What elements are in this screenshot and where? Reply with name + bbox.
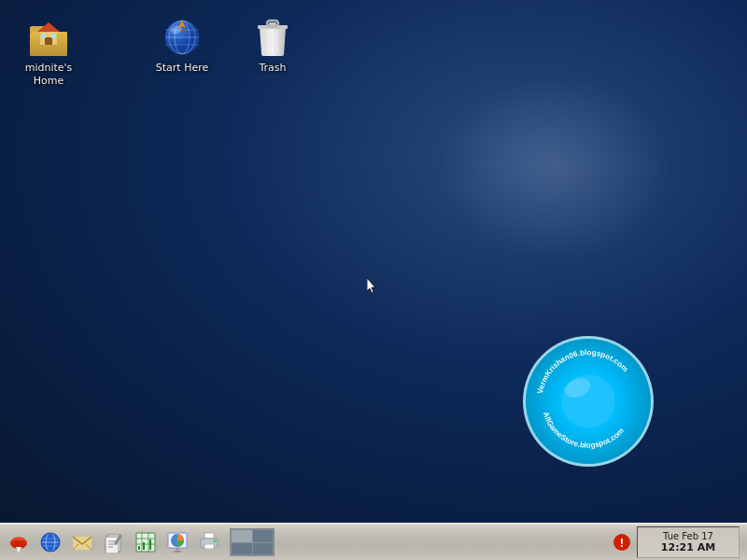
trash-icon-label: Trash bbox=[259, 62, 286, 75]
clock-date: Tue Feb 17 bbox=[663, 531, 713, 541]
svg-point-61 bbox=[214, 540, 217, 543]
home-folder-icon bbox=[26, 13, 71, 58]
taskbar: ! Tue Feb 17 12:21 AM bbox=[0, 523, 747, 560]
desktop: midnite's Home bbox=[0, 0, 747, 523]
svg-rect-50 bbox=[138, 546, 140, 550]
svg-rect-57 bbox=[204, 533, 214, 539]
svg-rect-5 bbox=[41, 34, 46, 38]
clock-time: 12:21 AM bbox=[661, 541, 715, 553]
desktop-icon-home[interactable]: midnite's Home bbox=[11, 9, 86, 92]
svg-rect-52 bbox=[149, 539, 151, 550]
redhat-menu-button[interactable] bbox=[4, 528, 34, 556]
svg-rect-6 bbox=[51, 34, 56, 38]
desktop-icon-start-here[interactable]: Start Here bbox=[145, 9, 219, 78]
workspace-pager[interactable] bbox=[230, 528, 275, 556]
mouse-cursor bbox=[367, 278, 378, 295]
documents-button[interactable] bbox=[99, 528, 129, 556]
home-icon-label: midnite's Home bbox=[15, 62, 82, 89]
svg-marker-29 bbox=[16, 547, 21, 553]
spreadsheet-button[interactable] bbox=[131, 528, 161, 556]
notification-icon[interactable]: ! bbox=[613, 533, 631, 552]
start-here-icon bbox=[160, 13, 204, 58]
clock[interactable]: Tue Feb 17 12:21 AM bbox=[637, 526, 740, 558]
taskbar-right: ! Tue Feb 17 12:21 AM bbox=[613, 526, 743, 558]
chart-button[interactable] bbox=[162, 528, 192, 556]
taskbar-left bbox=[4, 528, 613, 556]
workspace-4[interactable] bbox=[253, 543, 274, 555]
desktop-icon-trash[interactable]: Trash bbox=[235, 9, 310, 78]
svg-rect-4 bbox=[45, 37, 52, 45]
svg-rect-40 bbox=[106, 537, 119, 553]
svg-line-20 bbox=[268, 34, 269, 52]
workspace-3[interactable] bbox=[232, 543, 252, 555]
printer-button[interactable] bbox=[194, 528, 224, 556]
svg-rect-51 bbox=[143, 542, 145, 550]
svg-text:!: ! bbox=[620, 536, 624, 550]
browser-button[interactable] bbox=[35, 528, 65, 556]
svg-rect-19 bbox=[269, 22, 276, 26]
email-button[interactable] bbox=[67, 528, 97, 556]
start-here-icon-label: Start Here bbox=[156, 62, 208, 75]
watermark-badge: VermKrishan06.blogspot.com AllGameStore.… bbox=[523, 336, 654, 467]
svg-line-22 bbox=[276, 34, 277, 52]
workspace-2[interactable] bbox=[253, 530, 274, 542]
workspace-1[interactable] bbox=[232, 530, 252, 542]
svg-rect-60 bbox=[204, 544, 214, 549]
trash-icon bbox=[250, 13, 295, 58]
